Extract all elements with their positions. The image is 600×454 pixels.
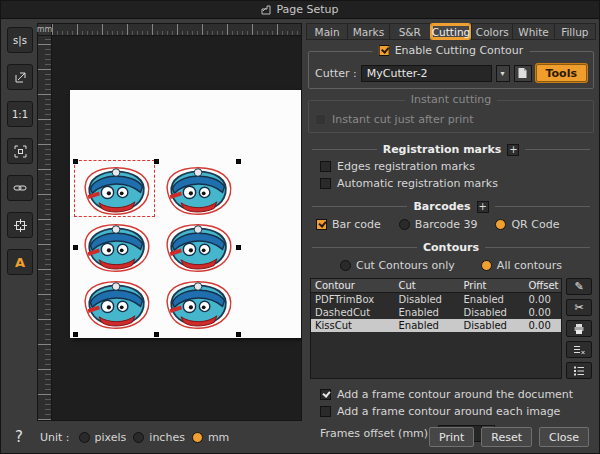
table-row[interactable]: DashedCut Enabled Disabled 0.00 — [311, 306, 561, 319]
center-object-button[interactable] — [7, 212, 33, 238]
barcodes-expand-button[interactable]: + — [477, 201, 489, 213]
window-title: Page Setup — [276, 3, 338, 16]
unit-inches-radio[interactable] — [133, 432, 144, 443]
selection-handle[interactable] — [154, 332, 159, 337]
tab-sr[interactable]: S&R — [389, 23, 430, 40]
edges-registration-label: Edges registration marks — [337, 160, 475, 173]
cutter-select[interactable]: MyCutter-2 — [361, 65, 492, 82]
table-row[interactable]: PDFTrimBox Disabled Enabled 0.00 — [311, 293, 561, 306]
page-setup-dialog: Page Setup s|s 1:1 A mm — [0, 0, 600, 454]
spread-view-button[interactable]: s|s — [7, 27, 33, 53]
cutter-edit-button[interactable] — [514, 65, 532, 82]
qr-code-label: QR Code — [511, 218, 559, 231]
qr-code-radio[interactable] — [495, 219, 506, 230]
sticker-group[interactable] — [76, 162, 238, 334]
edges-registration-checkbox[interactable] — [320, 161, 331, 172]
footer-bar: ? Unit : pixels inches mm Print Reset Cl… — [1, 421, 599, 453]
sticker-artwork[interactable] — [160, 221, 236, 274]
selection-handle[interactable] — [73, 245, 78, 250]
preview-canvas[interactable] — [52, 36, 301, 420]
selection-handle[interactable] — [154, 159, 159, 164]
remove-from-list-button[interactable] — [566, 341, 592, 358]
document-edit-icon — [517, 67, 528, 79]
sticker-artwork[interactable] — [78, 278, 154, 331]
cell: Disabled — [464, 307, 529, 318]
sticker-artwork[interactable] — [160, 278, 236, 331]
bar-code-checkbox[interactable] — [316, 219, 327, 230]
contours-title: Contours — [423, 241, 479, 254]
table-row-selected[interactable]: KissCut Enabled Disabled 0.00 — [311, 319, 561, 332]
tab-white[interactable]: White — [512, 23, 553, 40]
print-button[interactable]: Print — [429, 427, 474, 447]
cut-contours-only-radio[interactable] — [340, 260, 351, 271]
document-page[interactable] — [70, 90, 301, 338]
instant-cutting-group: Instant cutting Instant cut just after p… — [308, 100, 594, 133]
registration-marks-expand-button[interactable]: + — [507, 144, 519, 156]
print-contour-button[interactable] — [566, 320, 592, 337]
column-header: Offset — [529, 280, 562, 291]
column-header: Cut — [399, 280, 464, 291]
help-button[interactable]: ? — [15, 428, 23, 446]
close-button[interactable]: Close — [539, 427, 589, 447]
window-icon — [261, 5, 271, 15]
enable-cutting-contour-label: Enable Cutting Contour — [395, 44, 524, 57]
bar-code-label: Bar code — [332, 218, 381, 231]
cut-contours-only-label: Cut Contours only — [356, 259, 455, 272]
edit-contour-button[interactable]: ✎ — [566, 278, 592, 295]
frame-document-checkbox[interactable] — [320, 389, 331, 400]
tab-marks[interactable]: Marks — [347, 23, 388, 40]
link-button[interactable] — [7, 175, 33, 201]
barcodes-header: Barcodes + — [312, 200, 590, 213]
selection-dashed-outline — [74, 160, 155, 217]
selection-handle[interactable] — [73, 159, 78, 164]
tab-colors[interactable]: Colors — [471, 23, 512, 40]
center-object-icon — [14, 219, 27, 232]
barcode39-radio[interactable] — [399, 219, 410, 230]
export-button[interactable] — [7, 64, 33, 90]
selection-handle[interactable] — [236, 332, 241, 337]
contour-list-button[interactable] — [566, 362, 592, 379]
cell: KissCut — [311, 320, 399, 331]
selection-handle[interactable] — [236, 245, 241, 250]
enable-cutting-contour-checkbox[interactable] — [379, 45, 390, 56]
chevron-down-icon: ▾ — [501, 69, 505, 78]
actual-size-button[interactable]: 1:1 — [7, 101, 33, 127]
cell: 0.00 — [529, 307, 562, 318]
printer-icon — [573, 323, 585, 335]
frame-image-checkbox[interactable] — [320, 406, 331, 417]
barcodes-title: Barcodes — [413, 200, 470, 213]
tab-cutting[interactable]: Cutting — [430, 23, 471, 40]
frame-image-label: Add a frame contour around each image — [337, 405, 560, 418]
automatic-registration-checkbox[interactable] — [320, 178, 331, 189]
left-toolbar: s|s 1:1 A — [4, 27, 36, 275]
cell: Enabled — [399, 320, 464, 331]
all-contours-radio[interactable] — [481, 260, 492, 271]
instant-cut-checkbox — [315, 114, 326, 125]
cutter-value: MyCutter-2 — [367, 67, 428, 80]
tools-button[interactable]: Tools — [536, 64, 587, 82]
sticker-artwork[interactable] — [78, 221, 154, 274]
cutter-dropdown-button[interactable]: ▾ — [496, 65, 510, 82]
horizontal-ruler — [52, 24, 301, 36]
unit-pixels-label: pixels — [95, 431, 127, 444]
titlebar[interactable]: Page Setup — [1, 1, 599, 19]
unit-label: Unit : — [40, 431, 70, 444]
cell: Disabled — [464, 320, 529, 331]
cutter-label: Cutter : — [315, 67, 357, 80]
tab-fillup[interactable]: Fillup — [554, 23, 596, 40]
reset-button[interactable]: Reset — [481, 427, 532, 447]
actual-size-icon: 1:1 — [12, 109, 28, 120]
tab-main[interactable]: Main — [306, 23, 347, 40]
unit-mm-radio[interactable] — [192, 432, 203, 443]
unit-mm-label: mm — [208, 431, 229, 444]
text-annotation-button[interactable]: A — [7, 249, 33, 275]
fit-page-icon — [14, 145, 27, 158]
fit-page-button[interactable] — [7, 138, 33, 164]
sticker-artwork[interactable] — [160, 164, 236, 217]
selection-handle[interactable] — [236, 159, 241, 164]
settings-panel: Main Marks S&R Cutting Colors White Fill… — [306, 23, 596, 449]
cut-contour-button[interactable]: ✂ — [566, 299, 592, 316]
unit-pixels-radio[interactable] — [79, 432, 90, 443]
selection-handle[interactable] — [73, 332, 78, 337]
contours-table[interactable]: Contour Cut Print Offset PDFTrimBox Disa… — [310, 278, 562, 379]
